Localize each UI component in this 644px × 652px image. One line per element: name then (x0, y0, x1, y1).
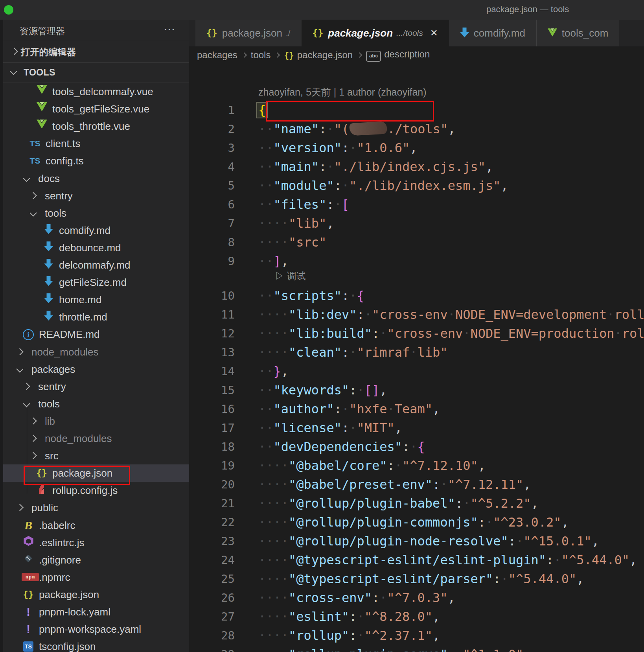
tree-item-config.ts[interactable]: TSconfig.ts (0, 152, 189, 169)
babel-icon: B (22, 519, 35, 532)
code-editor[interactable]: zhaoyifan, 5天前 | 1 author (zhaoyifan) 1{… (189, 64, 644, 652)
code-line-21[interactable]: 21····"@rollup/plugin-babel":·"^5.2.2", (189, 494, 644, 513)
md-icon (42, 241, 55, 254)
tree-item-src[interactable]: src (0, 447, 189, 464)
braces-icon: {} (284, 51, 294, 60)
code-line-content: ····"@rollup/plugin-commonjs":·"^23.0.2"… (258, 513, 569, 532)
code-line-4[interactable]: 4··"main":·"./lib/index.cjs.js", (189, 157, 644, 176)
tree-item-client.ts[interactable]: TSclient.ts (0, 135, 189, 152)
code-line-18[interactable]: 18··"devDependencies":·{ (189, 437, 644, 456)
tree-item-.npmrc[interactable]: npm.npmrc (0, 569, 189, 586)
code-line-3[interactable]: 3··"version":·"1.0.6", (189, 138, 644, 157)
vue-icon (548, 28, 557, 39)
code-line-10[interactable]: 10··"scripts":·{ (189, 286, 644, 305)
code-line-20[interactable]: 20····"@babel/preset-env":·"^7.12.11", (189, 475, 644, 494)
tree-item-node_modules[interactable]: node_modules (0, 430, 189, 447)
code-line-5[interactable]: 5··"module":·"./lib/index.esm.js", (189, 176, 644, 195)
tree-item-sentry[interactable]: sentry (0, 378, 189, 395)
excl-icon: ! (26, 623, 30, 635)
code-line-8[interactable]: 8····"src" (189, 233, 644, 252)
breadcrumb-item-tools[interactable]: tools (251, 50, 271, 61)
breadcrumb-item-packages[interactable]: packages (197, 50, 237, 61)
traffic-light-green[interactable] (4, 5, 13, 15)
git-blame-lens[interactable]: zhaoyifan, 5天前 | 1 author (zhaoyifan) (258, 86, 427, 99)
close-icon[interactable]: ✕ (430, 28, 438, 39)
tree-item-lib[interactable]: lib (0, 413, 189, 430)
code-line-content: ··"main":·"./lib/index.cjs.js", (258, 157, 493, 176)
tree-item-.eslintrc.js[interactable]: .eslintrc.js (0, 534, 189, 551)
code-line-17[interactable]: 17··"license":·"MIT", (189, 418, 644, 437)
tree-item-throttle.md[interactable]: throttle.md (0, 308, 189, 326)
line-number: 19 (189, 456, 235, 475)
tab-comdify.md[interactable]: comdify.md (449, 20, 536, 46)
code-line-19[interactable]: 19····"@babel/core":·"^7.12.10", (189, 456, 644, 475)
tab-tools_com[interactable]: tools_com (536, 20, 620, 46)
code-line-24[interactable]: 24····"@typescript-eslint/eslint-plugin"… (189, 551, 644, 569)
tree-item-tools_throttle.vue[interactable]: tools_throttle.vue (0, 118, 189, 135)
code-line-29[interactable]: 29····"rollup-plugin-serve":·"^1.1.0", (189, 645, 644, 652)
tab-label: package.json (328, 27, 393, 39)
code-line-2[interactable]: 2··"name":·"(./tools", (189, 120, 644, 138)
vue-icon (37, 106, 47, 112)
tree-item-node_modules[interactable]: node_modules (0, 343, 189, 361)
tree-item-pnpm-lock.yaml[interactable]: !pnpm-lock.yaml (0, 603, 189, 621)
babel-icon: B (24, 519, 32, 532)
chevron-right-icon (274, 52, 280, 58)
tree-item-docs[interactable]: docs (0, 170, 189, 187)
tree-item-packages[interactable]: packages (0, 361, 189, 378)
code-line-11[interactable]: 11····"lib:dev":·"cross-env·NODE_ENV=dev… (189, 305, 644, 324)
breadcrumb-item-package.json[interactable]: {}package.json (284, 50, 353, 61)
tree-item-tsconfig.json[interactable]: TStsconfig.json (0, 638, 189, 652)
tree-item-sentry[interactable]: sentry (0, 187, 189, 204)
more-actions-icon[interactable]: ⋯ (164, 22, 176, 36)
code-line-27[interactable]: 27····"eslint":·"^8.28.0", (189, 607, 644, 626)
code-line-content: ··"version":·"1.0.6", (258, 138, 418, 157)
tree-item-label: tools_throttle.vue (52, 120, 130, 133)
tree-item-home.md[interactable]: home.md (0, 291, 189, 308)
tree-item-public[interactable]: public (0, 499, 189, 516)
code-line-16[interactable]: 16··"author":·"hxfe·Team", (189, 400, 644, 418)
braces-icon: {} (313, 26, 324, 40)
code-line-23[interactable]: 23····"@rollup/plugin-node-resolve":·"^1… (189, 532, 644, 551)
section-tools[interactable]: TOOLS (0, 63, 189, 83)
breadcrumb: packagestools{}package.jsonabcdescriptio… (189, 46, 644, 64)
tree-item-tools_delcommafy.vue[interactable]: tools_delcommafy.vue (0, 83, 189, 100)
chevron-down-icon (23, 400, 30, 407)
tree-item-comdify.md[interactable]: comdify.md (0, 222, 189, 239)
code-line-13[interactable]: 13····"clean":·"rimraf·lib" (189, 343, 644, 362)
tree-item-label: public (31, 502, 58, 514)
code-line-25[interactable]: 25····"@typescript-eslint/parser":·"^5.4… (189, 569, 644, 588)
code-line-22[interactable]: 22····"@rollup/plugin-commonjs":·"^23.0.… (189, 513, 644, 532)
code-line-26[interactable]: 26····"cross-env":·"^7.0.3", (189, 588, 644, 607)
code-line-6[interactable]: 6··"files":·[ (189, 195, 644, 214)
chevron-down-icon (23, 175, 30, 182)
tree-item-pnpm-workspace.yaml[interactable]: !pnpm-workspace.yaml (0, 621, 189, 638)
breadcrumb-item-description[interactable]: abcdescription (366, 49, 430, 62)
code-line-12[interactable]: 12····"lib:build":·"cross-env·NODE_ENV=p… (189, 324, 644, 343)
tree-item-.gitignore[interactable]: .gitignore (0, 551, 189, 569)
tree-item-tools_getFileSize.vue[interactable]: tools_getFileSize.vue (0, 100, 189, 118)
code-line-15[interactable]: 15··"keywords":·[], (189, 381, 644, 400)
codelens-debug[interactable]: ▷ 调试 (275, 270, 306, 282)
line-number: 15 (189, 381, 235, 400)
tree-item-.babelrc[interactable]: B.babelrc (0, 517, 189, 534)
code-line-14[interactable]: 14··}, (189, 362, 644, 381)
tree-item-package.json[interactable]: {}package.json (0, 586, 189, 603)
vue-icon (35, 120, 48, 133)
tab-path-suffix: .../tools (396, 28, 423, 38)
tree-item-label: src (45, 450, 59, 462)
tree-item-getFileSize.md[interactable]: getFileSize.md (0, 274, 189, 291)
tree-item-tools[interactable]: tools (0, 204, 189, 222)
tree-item-delcommafy.md[interactable]: delcommafy.md (0, 256, 189, 274)
tree-item-debounce.md[interactable]: debounce.md (0, 239, 189, 256)
code-line-28[interactable]: 28····"rollup":·"^2.37.1", (189, 626, 644, 645)
code-line-9[interactable]: 9··], (189, 252, 644, 271)
tree-item-README.md[interactable]: iREADME.md (0, 326, 189, 343)
chevron-right-icon (16, 348, 23, 355)
code-line-7[interactable]: 7····"lib", (189, 214, 644, 233)
section-open-editors[interactable]: 打开的编辑器 (0, 41, 189, 62)
tab-package.json.../tools[interactable]: {}package.json.../tools✕ (302, 20, 449, 46)
window-title: package.json — tools (486, 4, 569, 15)
tab-package.json./[interactable]: {}package.json./ (195, 20, 302, 46)
tree-item-tools[interactable]: tools (0, 395, 189, 413)
